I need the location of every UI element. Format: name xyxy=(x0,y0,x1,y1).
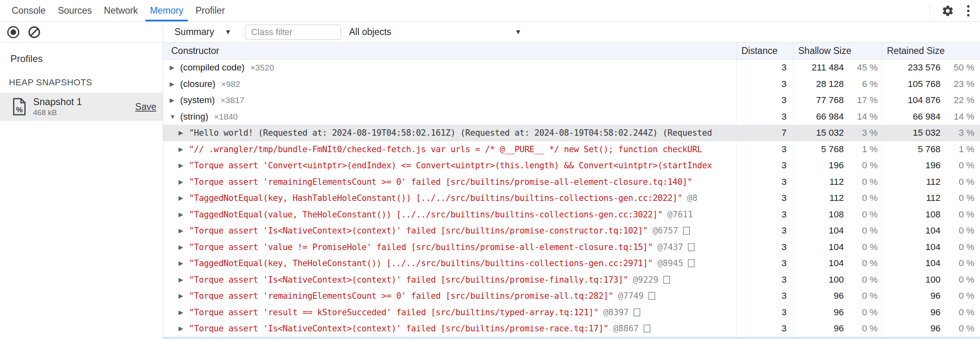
expand-arrow-icon[interactable] xyxy=(170,64,180,71)
retained-size-percent: 22 % xyxy=(941,95,974,105)
settings-gear-icon[interactable] xyxy=(941,4,954,17)
table-row[interactable]: "Torque assert 'Is<NativeContext>(contex… xyxy=(163,223,980,239)
retained-size-percent: 0 % xyxy=(941,225,974,236)
table-row[interactable]: (system) ×3817 3 77 768 17 % 104 876 22 … xyxy=(163,92,980,109)
retained-size-value: 104 876 xyxy=(882,95,941,105)
tab-console[interactable]: Console xyxy=(6,0,52,21)
expand-arrow-icon[interactable] xyxy=(179,292,189,300)
tab-profiler[interactable]: Profiler xyxy=(189,0,231,21)
tab-memory[interactable]: Memory xyxy=(144,0,189,21)
string-value: "TaggedNotEqual(value, TheHoleConstant()… xyxy=(189,210,662,219)
clear-profiles-icon[interactable] xyxy=(28,26,40,38)
table-row[interactable]: "Torque assert 'result == kStoreSucceded… xyxy=(163,304,980,321)
table-row[interactable]: (string) ×1840 3 66 984 14 % 66 984 14 % xyxy=(163,109,980,125)
table-row[interactable]: "Torque assert 'Is<NativeContext>(contex… xyxy=(163,272,980,288)
table-row[interactable]: "// .wrangler/tmp/bundle-FmNIt0/checked-… xyxy=(163,141,980,158)
retained-size-value: 96 xyxy=(882,291,941,301)
link-square-icon[interactable] xyxy=(633,308,640,316)
table-row[interactable]: "TaggedNotEqual(key, HashTableHoleConsta… xyxy=(163,190,980,207)
class-filter-input[interactable] xyxy=(245,25,341,40)
retained-size-value: 100 xyxy=(882,275,941,285)
expand-arrow-icon[interactable] xyxy=(179,276,189,283)
object-id: @7749 xyxy=(618,291,644,301)
table-row[interactable]: "Torque assert 'remainingElementsCount >… xyxy=(163,174,980,190)
link-square-icon[interactable] xyxy=(688,243,695,251)
constructor-name: (string) xyxy=(180,112,208,122)
shallow-size-value: 5 768 xyxy=(793,144,844,155)
memory-view-toolbar: Summary ▼ All objects ▼ xyxy=(163,22,980,43)
distance-value: 3 xyxy=(736,157,793,174)
expand-arrow-icon[interactable] xyxy=(170,97,180,104)
expand-arrow-icon[interactable] xyxy=(179,146,189,153)
expand-arrow-icon[interactable] xyxy=(179,211,189,218)
link-square-icon[interactable] xyxy=(683,227,690,235)
shallow-size-value: 96 xyxy=(793,291,844,301)
perspective-select[interactable]: Summary ▼ xyxy=(174,27,231,37)
expand-arrow-icon[interactable] xyxy=(179,309,189,316)
table-row[interactable]: (closure) ×982 3 28 128 6 % 105 768 23 % xyxy=(163,76,980,93)
table-row[interactable]: "Torque assert 'value != PromiseHole' fa… xyxy=(163,239,980,256)
retained-size-percent: 50 % xyxy=(941,62,974,73)
column-header-shallow-size[interactable]: Shallow Size xyxy=(793,43,882,59)
chevron-down-icon: ▼ xyxy=(224,28,231,36)
table-row[interactable]: "Torque assert 'remainingElementsCount >… xyxy=(163,288,980,304)
shallow-size-percent: 45 % xyxy=(844,62,878,73)
column-header-distance[interactable]: Distance xyxy=(736,43,793,59)
snapshot-title: Snapshot 1 xyxy=(33,96,82,107)
shallow-size-percent: 0 % xyxy=(844,160,878,171)
table-row[interactable]: (compiled code) ×3520 3 211 484 45 % 233… xyxy=(163,60,980,76)
expand-arrow-icon[interactable] xyxy=(179,162,189,169)
expand-arrow-icon[interactable] xyxy=(170,113,180,120)
more-options-kebab-icon[interactable] xyxy=(965,4,971,18)
table-row[interactable]: "TaggedNotEqual(key, TheHoleConstant()) … xyxy=(163,255,980,272)
expand-arrow-icon[interactable] xyxy=(179,129,189,136)
table-row[interactable]: "Torque assert 'Convert<uintptr>(endInde… xyxy=(163,157,980,174)
tab-sources[interactable]: Sources xyxy=(52,0,98,21)
retained-size-percent: 0 % xyxy=(941,323,974,334)
expand-arrow-icon[interactable] xyxy=(170,81,180,88)
shallow-size-percent: 6 % xyxy=(844,79,878,89)
tab-network[interactable]: Network xyxy=(98,0,144,21)
link-square-icon[interactable] xyxy=(688,259,695,267)
string-value: "Torque assert 'Is<NativeContext>(contex… xyxy=(189,324,608,333)
string-value: "Torque assert 'Is<NativeContext>(contex… xyxy=(189,275,628,285)
profiles-heading: Profiles xyxy=(0,43,163,64)
link-square-icon[interactable] xyxy=(644,325,650,333)
string-value: "Torque assert 'Convert<uintptr>(endInde… xyxy=(189,161,712,170)
shallow-size-percent: 0 % xyxy=(844,209,878,220)
link-square-icon[interactable] xyxy=(648,292,655,300)
retained-size-percent: 0 % xyxy=(941,307,974,318)
table-row[interactable]: "TaggedNotEqual(value, TheHoleConstant()… xyxy=(163,207,980,223)
table-row[interactable]: "Hello world! (Requested at: 2024-08-19T… xyxy=(163,125,980,141)
snapshot-size: 468 kB xyxy=(33,108,82,117)
expand-arrow-icon[interactable] xyxy=(179,260,189,267)
shallow-size-value: 77 768 xyxy=(793,95,844,105)
expand-arrow-icon[interactable] xyxy=(179,325,189,332)
constructor-name: (compiled code) xyxy=(180,62,245,73)
shallow-size-value: 28 128 xyxy=(793,79,844,89)
expand-arrow-icon[interactable] xyxy=(179,244,189,251)
object-scope-select[interactable]: All objects ▼ xyxy=(349,27,521,37)
shallow-size-value: 15 032 xyxy=(793,128,844,138)
expand-arrow-icon[interactable] xyxy=(179,178,189,186)
retained-size-value: 15 032 xyxy=(882,128,941,138)
column-header-constructor[interactable]: Constructor xyxy=(163,43,736,59)
expand-arrow-icon[interactable] xyxy=(179,227,189,234)
expand-arrow-icon[interactable] xyxy=(179,194,189,202)
string-value: "Torque assert 'remainingElementsCount >… xyxy=(189,291,613,301)
retained-size-value: 96 xyxy=(882,323,941,334)
distance-value: 3 xyxy=(736,60,793,76)
shallow-size-percent: 0 % xyxy=(844,193,878,203)
profiles-toolbar xyxy=(0,22,163,43)
snapshot-save-link[interactable]: Save xyxy=(135,101,156,112)
instance-count: ×3520 xyxy=(250,63,274,72)
shallow-size-value: 96 xyxy=(793,323,844,334)
snapshot-list-item[interactable]: % Snapshot 1 468 kB Save xyxy=(0,93,163,121)
retained-size-percent: 0 % xyxy=(941,160,974,171)
shallow-size-value: 96 xyxy=(793,307,844,318)
link-square-icon[interactable] xyxy=(663,276,670,284)
shallow-size-value: 104 xyxy=(793,225,844,236)
record-heap-snapshot-icon[interactable] xyxy=(7,26,19,38)
column-header-retained-size[interactable]: Retained Size xyxy=(882,43,980,59)
table-row[interactable]: "Torque assert 'Is<NativeContext>(contex… xyxy=(163,320,980,337)
